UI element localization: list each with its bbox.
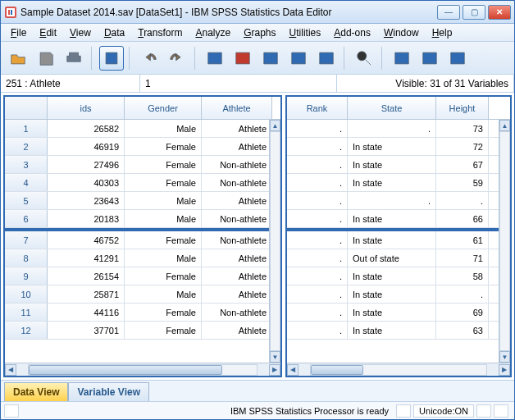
cell[interactable]: 73 [436, 120, 489, 137]
scroll-left-icon[interactable]: ◀ [287, 364, 299, 376]
cell[interactable]: . [436, 192, 489, 209]
cell[interactable]: 72 [436, 138, 489, 155]
value-labels-icon[interactable] [417, 46, 442, 71]
weight-cases-icon[interactable] [286, 46, 311, 71]
cell[interactable]: 25871 [48, 285, 125, 303]
cell[interactable]: Non-athlete [202, 231, 272, 249]
scroll-down-icon[interactable]: ▼ [270, 351, 280, 363]
cell[interactable]: . [348, 120, 436, 137]
insert-cases-icon[interactable] [390, 46, 414, 71]
vscroll-left[interactable]: ▲ ▼ [269, 120, 280, 363]
cell[interactable]: In state [348, 267, 436, 285]
cell[interactable]: Non-athlete [202, 304, 272, 321]
tab-data-view[interactable]: Data View [4, 382, 68, 401]
cell[interactable]: Out of state [348, 249, 436, 267]
menu-file[interactable]: File [6, 25, 31, 40]
redo-icon[interactable] [165, 46, 189, 71]
find-icon[interactable] [352, 46, 376, 71]
menu-analyze[interactable]: Analyze [190, 25, 235, 40]
cell[interactable]: . [436, 285, 489, 303]
hscroll-left[interactable]: ◀ ▶ [5, 363, 280, 376]
row-number[interactable]: 4 [5, 174, 48, 191]
cell[interactable]: 41291 [48, 249, 125, 267]
open-file-icon[interactable] [6, 46, 30, 71]
cell[interactable]: Female [125, 322, 202, 339]
cell[interactable]: Male [125, 249, 202, 267]
row-number[interactable]: 12 [5, 322, 48, 339]
scroll-down-icon[interactable]: ▼ [499, 351, 510, 363]
cell[interactable]: . [348, 192, 436, 209]
print-icon[interactable] [62, 46, 86, 71]
tab-variable-view[interactable]: Variable View [68, 382, 149, 401]
menu-edit[interactable]: Edit [34, 25, 62, 40]
cell[interactable]: 69 [436, 304, 489, 321]
cell[interactable]: 44116 [48, 304, 125, 321]
row-number[interactable]: 7 [5, 231, 48, 249]
cell[interactable]: Male [125, 285, 202, 303]
cell[interactable]: Male [125, 192, 202, 209]
cell[interactable]: In state [348, 156, 436, 173]
cell[interactable]: Female [125, 138, 202, 155]
cell[interactable]: In state [348, 304, 436, 321]
col-header[interactable]: Height [436, 97, 489, 119]
cell[interactable]: . [287, 322, 348, 339]
cell[interactable]: . [287, 210, 348, 227]
use-sets-icon[interactable] [445, 46, 470, 71]
variables-icon[interactable] [230, 46, 255, 71]
col-header[interactable]: Rank [287, 97, 348, 119]
row-number[interactable]: 3 [5, 156, 48, 173]
hscroll-right[interactable]: ◀ ▶ [287, 363, 510, 376]
cell[interactable]: Athlete [202, 249, 272, 267]
cell[interactable]: Athlete [202, 285, 272, 303]
cell[interactable]: 20183 [48, 210, 125, 227]
undo-icon[interactable] [137, 46, 162, 71]
menu-graphs[interactable]: Graphs [239, 25, 280, 40]
row-number[interactable]: 8 [5, 249, 48, 267]
scroll-left-icon[interactable]: ◀ [5, 364, 16, 376]
cell[interactable]: Athlete [202, 267, 272, 285]
split-file-icon[interactable] [258, 46, 283, 71]
col-header[interactable]: ids [48, 97, 125, 119]
current-cell-value[interactable]: 1 [140, 75, 337, 92]
cell[interactable]: . [287, 304, 348, 321]
cell[interactable]: Female [125, 156, 202, 173]
cell[interactable]: In state [348, 231, 436, 249]
cell[interactable]: . [287, 249, 348, 267]
cell[interactable]: 63 [436, 322, 489, 339]
select-cases-icon[interactable] [314, 46, 339, 71]
vscroll-right[interactable]: ▲ ▼ [499, 120, 510, 363]
cell[interactable]: . [287, 192, 348, 209]
save-icon[interactable] [34, 46, 58, 71]
titlebar[interactable]: Sample Dataset 2014.sav [DataSet1] - IBM… [1, 1, 514, 24]
scroll-right-icon[interactable]: ▶ [269, 364, 280, 376]
cell[interactable]: Athlete [202, 322, 272, 339]
col-header[interactable]: State [348, 97, 436, 119]
cell[interactable]: 46752 [48, 231, 125, 249]
cell[interactable]: . [287, 231, 348, 249]
menu-help[interactable]: Help [427, 25, 458, 40]
cell[interactable]: In state [348, 210, 436, 227]
cell[interactable]: Athlete [202, 192, 272, 209]
menu-window[interactable]: Window [379, 25, 424, 40]
maximize-button[interactable]: ▢ [463, 5, 485, 20]
row-number[interactable]: 9 [5, 267, 48, 285]
cell[interactable]: . [287, 120, 348, 137]
cell[interactable]: . [287, 156, 348, 173]
cell[interactable]: Athlete [202, 120, 272, 137]
cell[interactable]: 46919 [48, 138, 125, 155]
cell[interactable]: Female [125, 174, 202, 191]
scroll-up-icon[interactable]: ▲ [499, 120, 510, 131]
row-number[interactable]: 1 [5, 120, 48, 137]
col-header[interactable]: Gender [125, 97, 202, 119]
cell[interactable]: 58 [436, 267, 489, 285]
menu-view[interactable]: View [65, 25, 96, 40]
cell[interactable]: 71 [436, 249, 489, 267]
cell[interactable]: In state [348, 174, 436, 191]
cell[interactable]: 59 [436, 174, 489, 191]
cell[interactable]: 40303 [48, 174, 125, 191]
cell[interactable]: 66 [436, 210, 489, 227]
cell[interactable]: 67 [436, 156, 489, 173]
col-header[interactable]: Athlete [202, 97, 272, 119]
cell[interactable]: Female [125, 267, 202, 285]
cell[interactable]: Athlete [202, 138, 272, 155]
